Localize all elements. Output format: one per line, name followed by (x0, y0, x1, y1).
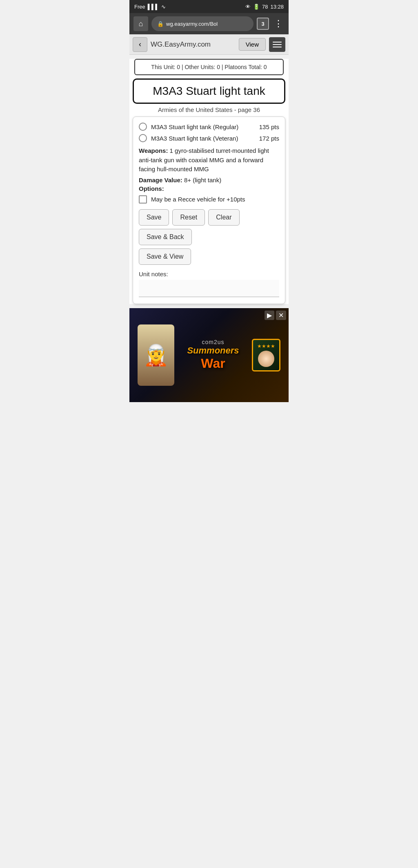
url-text: wg.easyarmy.com/Bol (166, 21, 218, 27)
option-veteran-pts: 172 pts (259, 135, 279, 142)
option-veteran-label: M3A3 Stuart light tank (Veteran) (151, 135, 238, 142)
site-title: WG.EasyArmy.com (151, 40, 236, 49)
status-left: Free ▌▌▌ ∿ (134, 4, 166, 10)
clear-button[interactable]: Clear (208, 209, 239, 226)
unit-subtitle: Armies of the United States - page 36 (129, 106, 289, 113)
damage-text: Damage Value: 8+ (light tank) (139, 177, 279, 183)
radio-veteran[interactable] (139, 134, 147, 142)
status-bar: Free ▌▌▌ ∿ 👁 🔋 78 13:28 (129, 0, 289, 13)
view-button[interactable]: View (239, 38, 266, 51)
ad-card: ★★★★ (252, 339, 280, 371)
options-heading: Options: (139, 185, 279, 192)
browser-menu-icon[interactable]: ⋮ (272, 18, 285, 29)
radio-regular[interactable] (139, 123, 147, 131)
status-right: 👁 🔋 78 13:28 (245, 4, 284, 10)
ad-overlay: ▶ ✕ (262, 308, 289, 322)
ad-character: 🧝 (138, 324, 174, 386)
lock-icon: 🔒 (157, 21, 164, 27)
battery-percent: 78 (262, 4, 268, 10)
action-buttons-row2: Save & View (139, 248, 279, 265)
option-regular-row: M3A3 Stuart light tank (Regular) 135 pts (139, 123, 279, 131)
option-regular-label: M3A3 Stuart light tank (Regular) (151, 123, 238, 130)
ad-title1: Summoners (187, 345, 239, 356)
hamburger-line-1 (273, 42, 282, 43)
unit-title-box: M3A3 Stuart light tank (133, 78, 285, 104)
ad-banner: ▶ ✕ 🧝 com2us Summoners War ★★★★ (129, 308, 289, 402)
recce-checkbox[interactable] (139, 195, 147, 204)
nav-back-button[interactable]: ‹ (133, 37, 147, 52)
damage-value: 8+ (light tank) (184, 177, 221, 183)
weapons-label: Weapons: (139, 147, 168, 154)
hamburger-line-2 (273, 44, 282, 45)
notes-label: Unit notes: (139, 271, 279, 277)
battery-icon: 🔋 (253, 4, 260, 10)
tab-count[interactable]: 3 (257, 18, 269, 30)
recce-option-row: May be a Recce vehicle for +10pts (139, 195, 279, 204)
ad-card-face (258, 351, 274, 367)
points-summary: This Unit: 0 | Other Units: 0 | Platoons… (134, 59, 284, 75)
eye-icon: 👁 (245, 4, 251, 10)
ad-logo: com2us Summoners War (187, 339, 239, 371)
save-button[interactable]: Save (139, 209, 169, 226)
reset-button[interactable]: Reset (172, 209, 205, 226)
save-back-button[interactable]: Save & Back (139, 229, 192, 245)
status-time: 13:28 (270, 4, 284, 10)
hamburger-line-3 (273, 47, 282, 47)
status-free-text: Free (134, 4, 145, 10)
signal-icon: ▌▌▌ (148, 4, 159, 10)
action-buttons-row1: Save Reset Clear Save & Back (139, 209, 279, 245)
browser-bar: ⌂ 🔒 wg.easyarmy.com/Bol 3 ⋮ (129, 13, 289, 34)
home-button[interactable]: ⌂ (133, 16, 148, 31)
option-regular-pts: 135 pts (259, 123, 279, 130)
ad-content: 🧝 com2us Summoners War ★★★★ (129, 320, 289, 390)
site-nav: ‹ WG.EasyArmy.com View (129, 34, 289, 55)
recce-label: May be a Recce vehicle for +10pts (151, 196, 245, 203)
ad-brand: com2us (187, 339, 239, 345)
wifi-icon: ∿ (161, 4, 166, 10)
weapons-text: Weapons: 1 gyro-stabilised turret-mounte… (139, 146, 279, 174)
save-view-button[interactable]: Save & View (139, 248, 191, 265)
notes-section: Unit notes: (139, 271, 279, 297)
ad-title2: War (187, 356, 239, 371)
back-arrow-icon: ‹ (139, 40, 141, 49)
url-bar[interactable]: 🔒 wg.easyarmy.com/Bol (151, 16, 253, 31)
unit-card: M3A3 Stuart light tank (Regular) 135 pts… (133, 116, 285, 304)
notes-input[interactable] (139, 280, 279, 297)
ad-close-button[interactable]: ✕ (276, 311, 286, 320)
option-veteran-row: M3A3 Stuart light tank (Veteran) 172 pts (139, 134, 279, 142)
main-content: This Unit: 0 | Other Units: 0 | Platoons… (129, 59, 289, 304)
ad-play-icon: ▶ (265, 311, 274, 320)
unit-title: M3A3 Stuart light tank (138, 85, 280, 98)
ad-stars: ★★★★ (257, 343, 275, 349)
hamburger-button[interactable] (269, 37, 285, 52)
damage-label: Damage Value: (139, 177, 182, 183)
